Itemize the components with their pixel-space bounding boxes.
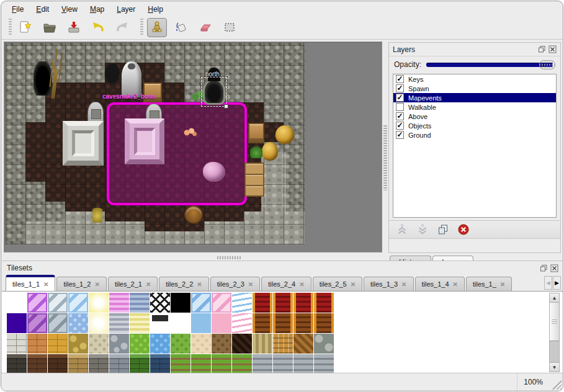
tile-grass-furrows-1[interactable] [171, 354, 190, 373]
layer-row-keys[interactable]: ✓Keys [393, 74, 556, 84]
tab-close-icon[interactable]: ✕ [146, 281, 151, 288]
tile-lattice-black[interactable] [150, 293, 170, 313]
tile-crystal-pink[interactable] [212, 293, 231, 313]
tile-empty-white[interactable] [7, 293, 27, 313]
menu-layer[interactable]: Layer [111, 4, 141, 15]
tile-grass-furrows-3[interactable] [212, 354, 231, 373]
tileset-tab-tiles_1_4[interactable]: tiles_1_4✕ [415, 277, 465, 291]
open-button[interactable] [40, 18, 60, 37]
tab-close-icon[interactable]: ✕ [351, 281, 356, 288]
tile-stripes-gray[interactable] [109, 313, 129, 333]
close-panel-icon[interactable] [550, 264, 558, 272]
tab-close-icon[interactable]: ✕ [500, 281, 505, 288]
tile-carpet-brown-2[interactable] [273, 313, 293, 333]
tile-carpet-red-2[interactable] [273, 293, 293, 313]
tile-planks-gray-4[interactable] [314, 354, 334, 373]
tile-carpet-brown-1[interactable] [253, 313, 272, 333]
tileset-tab-tiles_1_[interactable]: tiles_1_✕ [466, 277, 512, 291]
layer-row-objects[interactable]: ✓Objects [393, 121, 556, 130]
float-panel-icon[interactable] [540, 264, 548, 272]
tileset-tab-tiles_2_2[interactable]: tiles_2_2✕ [159, 277, 208, 291]
tile-logs-gray[interactable] [314, 334, 334, 354]
cave-entrance-selection[interactable] [201, 77, 227, 107]
tile-glow-pale[interactable] [89, 313, 109, 333]
layer-row-spawn[interactable]: ✓Spawn [393, 84, 556, 93]
tile-planks-gray-3[interactable] [293, 354, 313, 373]
new-file-button[interactable] [16, 18, 35, 37]
tile-crystal-sky[interactable] [191, 293, 211, 313]
tile-sign-dark[interactable] [150, 313, 170, 333]
tile-grass-bright[interactable] [130, 334, 150, 354]
vertical-splitter[interactable] [383, 125, 387, 190]
tile-solid-indigo[interactable] [7, 313, 27, 333]
menu-map[interactable]: Map [84, 4, 110, 15]
tileset-tab-tiles_1_3[interactable]: tiles_1_3✕ [364, 277, 413, 291]
tile-wall-dark-stone[interactable] [7, 354, 27, 373]
layer-visibility-checkbox[interactable]: ✓ [396, 131, 404, 139]
tile-floor-cobbles[interactable] [109, 334, 129, 354]
tile-planks-gray-1[interactable] [253, 354, 272, 373]
tab-close-icon[interactable]: ✕ [43, 281, 48, 288]
horizontal-splitter[interactable] [217, 256, 241, 259]
eraser-tool-button[interactable] [195, 18, 215, 37]
tile-crystal-purple[interactable] [27, 293, 47, 313]
tile-empty-white-2[interactable] [171, 313, 190, 333]
tileset-tab-tiles_2_1[interactable]: tiles_2_1✕ [108, 277, 158, 291]
tile-carpet-red-1[interactable] [253, 293, 272, 313]
scroll-up-icon[interactable]: ▲ [550, 293, 559, 303]
tile-carpet-red-4[interactable] [314, 293, 334, 313]
tile-wood-planks[interactable] [253, 334, 272, 354]
resize-grip[interactable] [552, 380, 562, 390]
layer-visibility-checkbox[interactable] [396, 103, 404, 111]
tile-floor-gold-tiles[interactable] [48, 334, 68, 354]
tile-planks-gray-2[interactable] [273, 354, 293, 373]
tile-crystal-blue[interactable] [68, 293, 88, 313]
tile-wood-herringbone[interactable] [293, 334, 313, 354]
tile-floor-stone-bricks[interactable] [7, 334, 27, 354]
tile-wall-dark-brown[interactable] [48, 354, 68, 373]
tile-wall-sandstone[interactable] [68, 354, 88, 373]
map-canvas[interactable]: north cavesnake2_boss [6, 43, 305, 244]
tile-floor-gravel[interactable] [89, 334, 109, 354]
layer-row-mapevents[interactable]: ✓Mapevents [393, 93, 556, 102]
select-tool-button[interactable] [220, 18, 239, 37]
save-button[interactable] [64, 18, 84, 37]
tile-crystal-purple-dark[interactable] [27, 313, 47, 333]
tile-wall-gray-brick[interactable] [109, 354, 129, 373]
layer-visibility-checkbox[interactable]: ✓ [396, 75, 404, 83]
tile-stripes-yellow[interactable] [130, 313, 150, 333]
tile-grass-furrows-2[interactable] [191, 354, 211, 373]
tile-floor-sand[interactable] [191, 334, 211, 354]
layer-row-above[interactable]: ✓Above [393, 112, 556, 121]
tab-close-icon[interactable]: ✕ [197, 281, 202, 288]
menu-file[interactable]: File [6, 4, 29, 15]
delete-layer-button[interactable] [457, 223, 470, 236]
tile-water-light[interactable] [68, 313, 88, 333]
move-layer-up-button[interactable] [395, 223, 409, 236]
tile-glow-yellow[interactable] [89, 293, 109, 313]
tile-wall-brown-brick[interactable] [27, 354, 47, 373]
layer-row-ground[interactable]: ✓Ground [393, 130, 556, 140]
tileset-tab-tiles_1_2[interactable]: tiles_1_2✕ [56, 277, 106, 291]
tile-hedge-green[interactable] [130, 354, 150, 373]
menu-view[interactable]: View [56, 4, 83, 15]
close-panel-icon[interactable] [548, 45, 557, 53]
opacity-slider-track[interactable] [426, 63, 553, 67]
tab-close-icon[interactable]: ✕ [453, 281, 458, 288]
tileset-scrollbar[interactable]: ▲ ▼ [549, 293, 560, 372]
scroll-down-icon[interactable]: ▼ [550, 362, 559, 372]
tile-floor-yellow-stones[interactable] [68, 334, 88, 354]
tileset-tab-tiles_2_4[interactable]: tiles_2_4✕ [261, 277, 311, 291]
tile-stripes-blue[interactable] [130, 293, 150, 313]
tile-floor-dirt[interactable] [212, 334, 231, 354]
toolbar-drag-handle-2[interactable] [140, 19, 143, 36]
tile-ribbon-pink[interactable] [232, 313, 252, 333]
tile-wood-dark[interactable] [232, 334, 252, 354]
tile-carpet-brown-4[interactable] [314, 313, 334, 333]
duplicate-layer-button[interactable] [436, 223, 450, 236]
undo-button[interactable] [88, 18, 108, 37]
tile-grass-furrows-4[interactable] [232, 354, 252, 373]
tab-close-icon[interactable]: ✕ [299, 281, 304, 288]
tile-carpet-brown-3[interactable] [293, 313, 313, 333]
toolbar-drag-handle[interactable] [9, 19, 12, 36]
